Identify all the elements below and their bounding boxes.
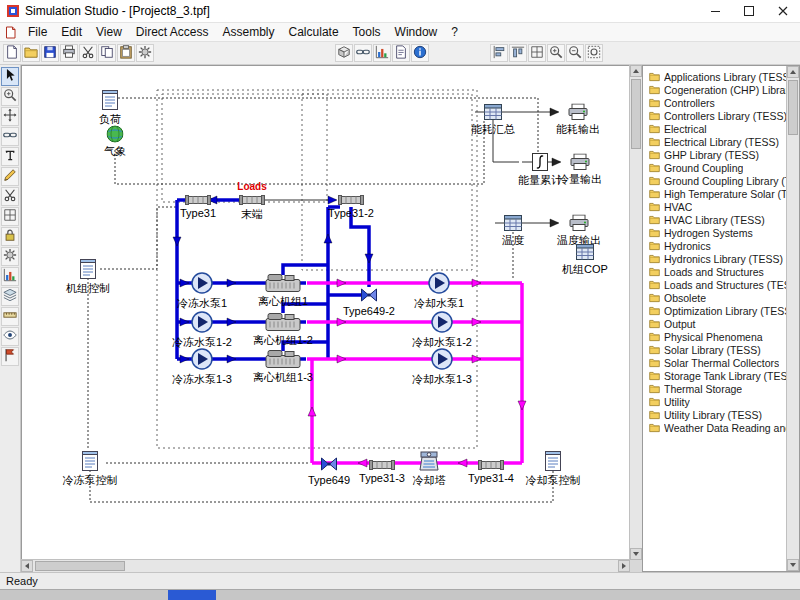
library-item[interactable]: Physical Phenomena — [648, 330, 786, 343]
toolbar-copy-button[interactable] — [98, 44, 116, 62]
library-item[interactable]: Solar Thermal Collectors — [648, 356, 786, 369]
tool-measure-button[interactable] — [1, 307, 19, 326]
maximize-button[interactable] — [732, 0, 766, 22]
tool-lock-button[interactable] — [1, 227, 19, 246]
chilled-pump-1-icon — [191, 272, 213, 294]
toolbar-direct-access-button[interactable] — [335, 44, 353, 62]
toolbar-open-project-button[interactable] — [22, 44, 40, 62]
menu-help[interactable]: ? — [444, 24, 465, 40]
menu-direct-access[interactable]: Direct Access — [129, 24, 216, 40]
tool-cut-button[interactable] — [1, 187, 19, 206]
library-item[interactable]: Optimization Library (TESS) — [648, 304, 786, 317]
tree-scrollbar[interactable] — [786, 66, 799, 571]
library-item[interactable]: Electrical Library (TESS) — [648, 135, 786, 148]
toolbar-plot-button[interactable] — [373, 44, 391, 62]
cooling-pump-control-icon — [545, 451, 561, 471]
tool-flag-button[interactable] — [1, 347, 19, 366]
taskbar-active-app-button[interactable] — [168, 590, 216, 600]
pencil-icon — [3, 168, 17, 185]
tool-zoom-button[interactable] — [1, 87, 19, 106]
toolbar-zoom-out-button[interactable] — [566, 44, 584, 62]
library-item[interactable]: Obsolete — [648, 291, 786, 304]
toolbar-cut-button[interactable] — [79, 44, 97, 62]
cooling-pump-1-label: 冷却水泵1 — [414, 296, 464, 311]
library-item[interactable]: Controllers — [648, 96, 786, 109]
scroll-left-button[interactable] — [21, 560, 33, 572]
library-item[interactable]: HVAC Library (TESS) — [648, 213, 786, 226]
library-item-label: Ground Coupling — [664, 162, 743, 174]
library-item[interactable]: HVAC — [648, 200, 786, 213]
control-link[interactable] — [100, 207, 176, 269]
tree-scroll-up-button[interactable] — [787, 66, 799, 78]
toolbar-zoom-in-button[interactable] — [547, 44, 565, 62]
tool-view-button[interactable] — [1, 327, 19, 346]
library-item[interactable]: Hydronics — [648, 239, 786, 252]
horizontal-scroll-thumb[interactable] — [35, 561, 125, 571]
folder-icon — [648, 71, 661, 82]
library-item[interactable]: Cogeneration (CHP) Library (TESS) — [648, 83, 786, 96]
library-item[interactable]: Output — [648, 317, 786, 330]
tool-text-button[interactable] — [1, 147, 19, 166]
menu-calculate[interactable]: Calculate — [282, 24, 346, 40]
vertical-scroll-thumb[interactable] — [631, 79, 641, 149]
page-icon — [5, 45, 19, 62]
tool-pan-button[interactable] — [1, 107, 19, 126]
toolbar-align-top-button[interactable] — [509, 44, 527, 62]
toolbar-save-project-button[interactable] — [41, 44, 59, 62]
library-item[interactable]: High Temperature Solar (TESS) — [648, 187, 786, 200]
tool-link-button[interactable] — [1, 127, 19, 146]
library-item[interactable]: Solar Library (TESS) — [648, 343, 786, 356]
diagram-canvas[interactable]: 负荷气象Type31末端Type31-2能耗汇总能耗输出能量累计冷量输出温度温度… — [21, 65, 630, 560]
library-item[interactable]: Controllers Library (TESS) — [648, 109, 786, 122]
library-item[interactable]: Thermal Storage — [648, 382, 786, 395]
menu-window[interactable]: Window — [388, 24, 445, 40]
control-link[interactable] — [115, 121, 484, 184]
scroll-up-button[interactable] — [630, 65, 642, 77]
menu-view[interactable]: View — [89, 24, 129, 40]
toolbar-new-project-button[interactable] — [3, 44, 21, 62]
tool-select-button[interactable] — [1, 67, 19, 86]
toolbar-grid-button[interactable] — [528, 44, 546, 62]
tool-plot-button[interactable] — [1, 267, 19, 286]
toolbar-print-button[interactable] — [60, 44, 78, 62]
library-item[interactable]: Electrical — [648, 122, 786, 135]
library-item[interactable]: Loads and Structures — [648, 265, 786, 278]
library-item[interactable]: Loads and Structures (TESS) — [648, 278, 786, 291]
tool-layers-button[interactable] — [1, 287, 19, 306]
tool-grid-button[interactable] — [1, 207, 19, 226]
menu-file[interactable]: File — [21, 24, 54, 40]
library-item[interactable]: Ground Coupling Library (TESS) — [648, 174, 786, 187]
tool-pencil-button[interactable] — [1, 167, 19, 186]
library-item[interactable]: Ground Coupling — [648, 161, 786, 174]
toolbar-align-left-button[interactable] — [490, 44, 508, 62]
toolbar-report-button[interactable] — [392, 44, 410, 62]
tree-scroll-thumb[interactable] — [788, 80, 798, 135]
menu-tools[interactable]: Tools — [346, 24, 388, 40]
toolbar-settings-button[interactable] — [136, 44, 154, 62]
energy-output-icon — [568, 104, 588, 121]
canvas-vertical-scrollbar[interactable] — [629, 65, 642, 560]
canvas-horizontal-scrollbar[interactable] — [21, 559, 630, 572]
library-item[interactable]: Hydrogen Systems — [648, 226, 786, 239]
library-item[interactable]: Utility — [648, 395, 786, 408]
toolbar-zoom-fit-button[interactable] — [585, 44, 603, 62]
minimize-button[interactable] — [698, 0, 732, 22]
close-button[interactable] — [766, 0, 800, 22]
toolbar-paste-button[interactable] — [117, 44, 135, 62]
menu-assembly[interactable]: Assembly — [216, 24, 282, 40]
library-item[interactable]: Storage Tank Library (TESS) — [648, 369, 786, 382]
toolbar-group — [335, 44, 430, 62]
library-item[interactable]: Applications Library (TESS) — [648, 70, 786, 83]
chilled-water-pipe[interactable] — [351, 207, 369, 287]
toolbar-link-mode-button[interactable] — [354, 44, 372, 62]
library-item[interactable]: Weather Data Reading and Process — [648, 421, 786, 434]
scroll-down-button[interactable] — [630, 548, 642, 560]
library-item[interactable]: GHP Library (TESS) — [648, 148, 786, 161]
library-item[interactable]: Utility Library (TESS) — [648, 408, 786, 421]
toolbar-info-button[interactable] — [411, 44, 429, 62]
scroll-right-button[interactable] — [618, 560, 630, 572]
menu-edit[interactable]: Edit — [54, 24, 89, 40]
tool-settings-button[interactable] — [1, 247, 19, 266]
tree-scroll-down-button[interactable] — [787, 559, 799, 571]
library-item[interactable]: Hydronics Library (TESS) — [648, 252, 786, 265]
